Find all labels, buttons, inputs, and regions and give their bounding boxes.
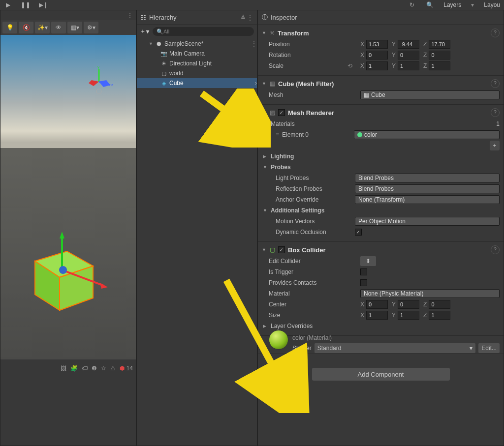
center-x-input[interactable]: 0 (366, 300, 388, 309)
fold-icon[interactable]: ▼ (262, 110, 267, 115)
rot-z-input[interactable]: 0 (429, 51, 450, 59)
help-icon[interactable]: ? (491, 245, 500, 254)
rot-x-input[interactable]: 0 (366, 51, 388, 59)
hierarchy-item[interactable]: ☀ Directional Light (137, 59, 257, 68)
light-probes-label: Light Probes (276, 175, 352, 181)
inspector-panel: ⓘ Inspector ▼ ⤧ Transform ? Position X1.… (257, 10, 504, 446)
layout-dropdown[interactable]: Layou (484, 1, 500, 8)
hierarchy-search-input[interactable]: 🔍 All (153, 27, 254, 36)
hierarchy-icon: ☷ (141, 14, 146, 21)
pos-y-input[interactable]: -9.44 (398, 40, 419, 49)
cloud-icon[interactable]: ↻ (408, 1, 416, 9)
info-icon[interactable]: ❶ (92, 365, 97, 372)
size-y-input[interactable]: 1 (398, 311, 419, 320)
edit-shader-button[interactable]: Edit... (478, 343, 500, 353)
material-field[interactable]: color (354, 130, 500, 139)
boxcollider-component: ▼ ▢ ✓ Box Collider ? Edit Collider ⬍ Is … (258, 242, 504, 336)
scale-z-input[interactable]: 1 (429, 61, 450, 70)
is-trigger-checkbox[interactable] (360, 268, 367, 275)
provides-contacts-label: Provides Contacts (269, 279, 357, 286)
component-title: Mesh Renderer (288, 109, 334, 117)
unity-icon: ⬢ (156, 40, 162, 47)
size-label: Size (269, 312, 357, 319)
audio-icon[interactable]: 🔇 (19, 22, 33, 33)
scale-y-input[interactable]: 1 (398, 61, 419, 70)
provides-contacts-checkbox[interactable] (360, 279, 367, 286)
reflection-probes-dropdown[interactable]: Blend Probes (355, 184, 500, 193)
layer-overrides-foldout[interactable]: Layer Overrides (271, 323, 359, 329)
pos-z-input[interactable]: 17.70 (429, 40, 450, 49)
renderer-icon: ▨ (270, 109, 275, 116)
fold-icon[interactable]: ▼ (262, 81, 267, 86)
cube-icon: ▢ (160, 70, 167, 77)
pos-x-input[interactable]: 1.53 (366, 40, 388, 49)
anchor-override-field[interactable]: None (Transform) (355, 195, 500, 204)
help-icon[interactable]: ? (491, 108, 500, 117)
renderer-enabled-checkbox[interactable]: ✓ (278, 109, 285, 116)
error-count[interactable]: ⬢ 14 (120, 365, 133, 372)
component-title: Cube (Mesh Filter) (278, 80, 334, 88)
additional-foldout[interactable]: Additional Settings (271, 207, 359, 214)
edit-collider-button[interactable]: ⬍ (360, 256, 376, 266)
svg-marker-5 (99, 80, 110, 87)
materials-label[interactable]: Materials (271, 120, 359, 127)
warning-icon[interactable]: ⚠ (110, 365, 116, 372)
hierarchy-item-selected[interactable]: ◈ Cube › (137, 78, 257, 88)
mesh-field[interactable]: ▦Cube (360, 90, 500, 99)
scale-x-input[interactable]: 1 (366, 61, 388, 70)
add-button[interactable]: + ▾ (140, 28, 151, 35)
dynamic-occlusion-checkbox[interactable]: ✓ (355, 229, 362, 236)
effects-dropdown-icon[interactable]: ✨▾ (35, 22, 50, 33)
light-probes-dropdown[interactable]: Blend Probes (355, 174, 500, 182)
physic-material-field[interactable]: None (Physic Material) (360, 289, 500, 298)
search-icon[interactable]: 🔍 (426, 1, 434, 9)
help-icon[interactable]: ? (491, 79, 500, 88)
center-y-input[interactable]: 0 (398, 300, 419, 309)
rot-y-input[interactable]: 0 (398, 51, 419, 59)
cube-icon: ◈ (160, 80, 167, 87)
layers-icon[interactable]: ▦▾ (67, 22, 82, 33)
size-x-input[interactable]: 1 (366, 311, 388, 320)
star-icon[interactable]: ☆ (101, 365, 106, 372)
collider-enabled-checkbox[interactable]: ✓ (278, 246, 285, 253)
scene-row[interactable]: ▼ ⬢ SampleScene* ⋮ (137, 39, 257, 49)
anchor-override-label: Anchor Override (276, 196, 352, 203)
transform-icon: ⤧ (270, 30, 275, 36)
add-component-button[interactable]: Add Component (312, 368, 450, 381)
console-icon3[interactable]: 🏷 (82, 365, 88, 372)
link-icon[interactable]: ⟲ (347, 62, 352, 69)
center-z-input[interactable]: 0 (429, 300, 450, 309)
scene-viewport[interactable]: y z (0, 35, 136, 359)
component-title: Box Collider (288, 246, 326, 254)
console-icon1[interactable]: 🖼 (61, 365, 66, 372)
gizmos-icon[interactable]: ⚙▾ (84, 22, 98, 33)
hierarchy-item[interactable]: 📷 Main Camera (137, 49, 257, 59)
center-label: Center (269, 301, 357, 308)
fold-icon[interactable]: ▼ (262, 30, 267, 35)
materials-count: 1 (496, 120, 500, 127)
mesh-icon: ▦ (270, 80, 275, 87)
camera-icon: 📷 (160, 50, 167, 57)
layers-dropdown[interactable]: Layers (443, 1, 461, 8)
console-icon2[interactable]: 🧩 (70, 365, 78, 372)
shader-dropdown[interactable]: Standard▾ (315, 343, 476, 353)
inspector-icon: ⓘ (262, 13, 268, 22)
hidden-icon[interactable]: 👁 (51, 22, 66, 33)
motion-vectors-dropdown[interactable]: Per Object Motion (355, 217, 500, 226)
orientation-gizmo[interactable]: y z (82, 64, 116, 99)
fold-icon[interactable]: ▼ (262, 247, 267, 252)
material-name: color (Material) (292, 334, 500, 341)
probes-foldout[interactable]: Probes (271, 164, 359, 171)
size-z-input[interactable]: 1 (429, 311, 450, 320)
edit-collider-label: Edit Collider (269, 258, 357, 265)
panel-menu-icon[interactable]: ≜ ⋮ (241, 14, 253, 21)
hierarchy-item[interactable]: ▢ world (137, 68, 257, 78)
lighting-foldout[interactable]: Lighting (271, 153, 359, 160)
pause-icon[interactable]: ❚❚ (22, 1, 30, 9)
selected-cube[interactable] (20, 232, 109, 320)
lightbulb-icon[interactable]: 💡 (2, 22, 17, 33)
play-icon[interactable]: ▶ (4, 1, 12, 9)
help-icon[interactable]: ? (491, 29, 500, 37)
step-icon[interactable]: ▶❙ (39, 1, 47, 9)
add-material-button[interactable]: + (490, 141, 500, 150)
